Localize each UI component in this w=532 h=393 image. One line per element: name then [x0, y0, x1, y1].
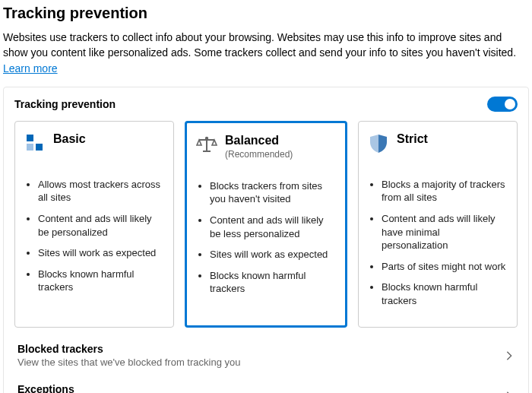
shield-icon: [368, 132, 389, 154]
list-item: Allows most trackers across all sites: [38, 178, 164, 204]
basic-icon: [24, 132, 46, 154]
level-cards: Basic Allows most trackers across all si…: [14, 121, 518, 328]
list-item: Content and ads will likely be personali…: [38, 212, 164, 239]
card-strict-title: Strict: [397, 132, 428, 146]
list-item: Parts of sites might not work: [382, 260, 508, 274]
svg-rect-2: [36, 144, 43, 151]
card-basic-list: Allows most trackers across all sites Co…: [24, 178, 164, 294]
tracking-prevention-toggle[interactable]: [487, 97, 518, 112]
list-item: Content and ads will likely have minimal…: [382, 212, 508, 252]
page-description-text: Websites use trackers to collect info ab…: [3, 31, 516, 59]
card-strict-list: Blocks a majority of trackers from all s…: [368, 178, 508, 307]
card-basic-head: Basic: [24, 132, 164, 167]
balance-scale-icon: [196, 134, 217, 155]
list-item: Sites will work as expected: [38, 246, 164, 260]
page-description: Websites use trackers to collect info ab…: [3, 30, 529, 76]
blocked-trackers-row[interactable]: Blocked trackers View the sites that we'…: [14, 334, 518, 368]
exceptions-title: Exceptions: [17, 383, 182, 393]
svg-rect-0: [27, 135, 33, 141]
list-item: Blocks trackers from sites you haven't v…: [210, 179, 336, 206]
exceptions-row[interactable]: Exceptions Allow all trackers on sites y…: [14, 374, 518, 393]
svg-rect-1: [27, 144, 33, 151]
card-balanced-list: Blocks trackers from sites you haven't v…: [196, 179, 336, 296]
card-basic[interactable]: Basic Allows most trackers across all si…: [14, 121, 174, 328]
tracking-prevention-panel: Tracking prevention Basic Allows most tr…: [3, 87, 529, 393]
panel-header: Tracking prevention: [14, 97, 518, 112]
learn-more-link[interactable]: Learn more: [3, 62, 58, 74]
card-strict-head: Strict: [368, 132, 508, 167]
blocked-trackers-title: Blocked trackers: [17, 343, 240, 355]
list-item: Sites will work as expected: [210, 248, 336, 261]
list-item: Blocks known harmful trackers: [210, 269, 336, 296]
svg-point-6: [205, 137, 208, 140]
card-balanced-subtitle: (Recommended): [225, 149, 293, 160]
card-basic-title: Basic: [53, 132, 86, 146]
page-title: Tracking prevention: [3, 5, 529, 22]
panel-title: Tracking prevention: [14, 98, 116, 110]
svg-rect-5: [203, 151, 211, 152]
blocked-trackers-desc: View the sites that we've blocked from t…: [17, 357, 240, 368]
card-strict[interactable]: Strict Blocks a majority of trackers fro…: [358, 121, 518, 328]
card-balanced[interactable]: Balanced (Recommended) Blocks trackers f…: [185, 121, 347, 328]
list-item: Blocks known harmful trackers: [38, 268, 164, 294]
card-balanced-head: Balanced (Recommended): [196, 134, 336, 169]
chevron-right-icon: [504, 350, 515, 361]
list-item: Blocks a majority of trackers from all s…: [382, 178, 508, 204]
list-item: Blocks known harmful trackers: [382, 280, 508, 307]
list-item: Content and ads will likely be less pers…: [210, 214, 336, 240]
card-balanced-title: Balanced: [225, 134, 293, 147]
